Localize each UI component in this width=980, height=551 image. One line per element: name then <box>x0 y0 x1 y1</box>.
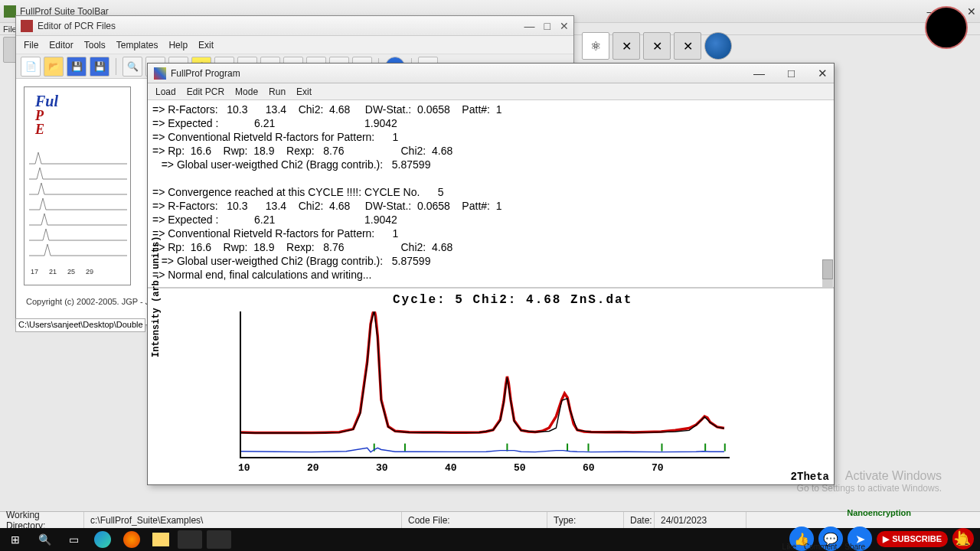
fp-titlebar[interactable]: FullProf Program — □ ✕ <box>148 64 834 83</box>
cursor-icon: 👆 <box>952 530 969 546</box>
ext-icon-1[interactable]: ✕ <box>612 32 640 60</box>
status-wd-label: Working Directory: <box>0 512 84 528</box>
fp-app-icon <box>154 67 166 80</box>
fp-menu-edit-pcr[interactable]: Edit PCR <box>187 86 224 97</box>
atom-icon[interactable]: ⚛ <box>582 32 609 60</box>
fp-menu-load[interactable]: Load <box>155 86 176 97</box>
status-date-label: Date: <box>624 512 655 528</box>
extra-icon-row: ⚛ ✕ ✕ ✕ <box>582 32 732 60</box>
pcr-preview-sub1: P <box>35 109 58 122</box>
pcr-menubar: File Editor Tools Templates Help Exit <box>16 36 573 54</box>
scrollbar-thumb[interactable] <box>822 259 833 279</box>
fp-minimize-button[interactable]: — <box>753 67 765 80</box>
channel-logo-icon <box>925 6 968 49</box>
xtick-70: 70 <box>652 462 664 474</box>
plot-ylabel: Intensity (arb. units) <box>151 236 162 357</box>
fp-menu-run[interactable]: Run <box>269 86 286 97</box>
status-wd-value: c:\FullProf_Suite\Examples\ <box>84 512 402 528</box>
pcr-menu-templates[interactable]: Templates <box>116 40 158 51</box>
pcr-menu-exit[interactable]: Exit <box>198 40 214 51</box>
fp-output-text[interactable]: => R-Factors: 10.3 13.4 Chi2: 4.68 DW-St… <box>148 100 834 289</box>
pcr-titlebar[interactable]: Editor of PCR Files — □ ✕ <box>16 16 573 36</box>
fp-title: FullProf Program <box>171 68 753 79</box>
pcr-preview-title: Ful <box>35 93 58 109</box>
pcr-saveall-icon[interactable]: 💾 <box>90 57 109 77</box>
status-type-label: Type: <box>547 512 624 528</box>
fp-plot-panel: Cycle: 5 Chi2: 4.68 ZnS.dat Intensity (a… <box>148 289 834 484</box>
status-bar: Working Directory: c:\FullProf_Suite\Exa… <box>0 511 980 528</box>
pcr-preview-axis: 1721 2529 <box>31 268 93 276</box>
pcr-copyright: Copyright (c) 2002-2005. JGP - JRC <box>26 297 162 306</box>
xtick-10: 10 <box>238 462 250 474</box>
search-icon[interactable]: 🔍 <box>32 530 57 549</box>
xtick-50: 50 <box>514 462 526 474</box>
fullprof-suite-icon <box>4 5 16 18</box>
plot-area <box>240 311 730 458</box>
subscribe-button[interactable]: ▶ SUBSCRIBE <box>877 531 948 547</box>
pcr-preview-sub2: E <box>35 122 58 136</box>
plot-curves <box>241 311 731 458</box>
fp-menubar: Load Edit PCR Mode Run Exit <box>148 83 834 100</box>
ext-icon-2[interactable]: ✕ <box>643 32 671 60</box>
task-view-icon[interactable]: ▭ <box>61 530 86 549</box>
toolbar-separator <box>116 58 116 75</box>
pcr-statusbar: C:\Users\sanjeet\Desktop\Double <box>15 318 145 332</box>
pcr-preview-panel: Ful P E 1721 2529 <box>24 86 131 285</box>
fp-maximize-button[interactable]: □ <box>788 67 795 80</box>
fp-menu-exit[interactable]: Exit <box>296 86 312 97</box>
pcr-menu-help[interactable]: Help <box>168 40 188 51</box>
pcr-maximize-button[interactable]: □ <box>544 20 550 32</box>
pcr-title: Editor of PCR Files <box>38 21 524 31</box>
firefox-icon[interactable] <box>119 530 144 549</box>
globe-icon[interactable] <box>704 32 732 60</box>
pcr-new-icon[interactable]: 📄 <box>21 57 41 77</box>
pcr-close-button[interactable]: ✕ <box>560 20 569 32</box>
scrollbar-down-icon[interactable] <box>822 279 833 287</box>
xtick-20: 20 <box>307 462 319 474</box>
xtick-30: 30 <box>376 462 388 474</box>
pcr-open-icon[interactable]: 📂 <box>44 57 64 77</box>
pcr-preview-pattern-icon <box>28 148 127 271</box>
pcr-save-icon[interactable]: 💾 <box>67 57 87 77</box>
pcr-app-icon <box>21 20 33 32</box>
yt-action-labels: LikeCommentShare <box>782 543 865 551</box>
ext-icon-3[interactable]: ✕ <box>674 32 701 60</box>
edge-icon[interactable] <box>90 530 115 549</box>
pcr-search-icon[interactable]: 🔍 <box>122 57 142 77</box>
start-button[interactable]: ⊞ <box>3 530 28 549</box>
pcr-minimize-button[interactable]: — <box>524 20 535 32</box>
status-codefile-label: Code File: <box>402 512 547 528</box>
fullprof-program-window: FullProf Program — □ ✕ Load Edit PCR Mod… <box>147 63 835 485</box>
status-date-value: 24/01/2023 <box>655 512 746 528</box>
pcr-menu-editor[interactable]: Editor <box>49 40 73 51</box>
activate-windows-watermark: Activate Windows Go to Settings to activ… <box>797 468 942 494</box>
taskbar-app-1[interactable] <box>178 530 202 549</box>
pcr-menu-tools[interactable]: Tools <box>84 40 106 51</box>
plot-title: Cycle: 5 Chi2: 4.68 ZnS.dat <box>393 293 632 307</box>
fp-menu-mode[interactable]: Mode <box>235 86 258 97</box>
fp-close-button[interactable]: ✕ <box>818 67 828 80</box>
taskbar-app-2[interactable] <box>207 530 231 549</box>
pcr-menu-file[interactable]: File <box>24 40 38 51</box>
close-button[interactable]: ✕ <box>967 5 976 18</box>
xtick-60: 60 <box>583 462 595 474</box>
file-explorer-icon[interactable] <box>149 530 173 549</box>
channel-name: Nanoencryption <box>847 508 911 517</box>
xtick-40: 40 <box>445 462 457 474</box>
